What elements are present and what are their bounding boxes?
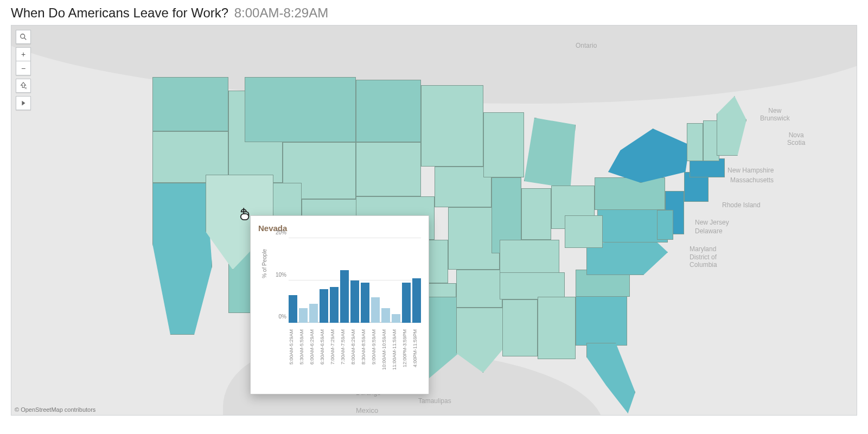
state-georgia[interactable] — [576, 291, 627, 346]
bar — [350, 280, 359, 323]
map-attribution: © OpenStreetMap contributors — [15, 406, 95, 413]
xtick: 6:00AM-6:29AM — [309, 329, 318, 400]
bar — [340, 270, 349, 323]
tooltip-chart: % of People 0% 10% 20% 5:00AM-5:29AM5:30… — [273, 238, 421, 336]
bar — [299, 308, 308, 323]
tooltip-bars — [289, 238, 421, 323]
map-toolbar: + − — [16, 30, 32, 110]
bar — [381, 308, 390, 323]
xtick: 8:30AM-8:59AM — [361, 329, 369, 400]
bar — [402, 283, 411, 323]
bar — [392, 314, 400, 323]
state-south-dakota[interactable] — [356, 142, 421, 196]
xtick: 9:00AM-9:59AM — [371, 329, 380, 400]
xtick: 5:30AM-5:59AM — [299, 329, 308, 400]
xtick: 7:30AM-7:59AM — [340, 329, 349, 400]
state-maryland[interactable] — [657, 210, 673, 240]
zoom-out-button[interactable]: − — [16, 61, 31, 75]
map-viewport[interactable]: + − — [11, 25, 857, 416]
title-main: When Do Americans Leave for Work? — [11, 5, 228, 20]
tooltip-xlabels: 5:00AM-5:29AM5:30AM-5:59AM6:00AM-6:29AM6… — [289, 329, 421, 400]
xtick: 12:00PM-3:59PM — [402, 329, 411, 400]
bar — [289, 295, 297, 323]
xtick: 10:00AM-10:59AM — [381, 329, 390, 400]
xtick: 8:00AM-8:29AM — [350, 329, 359, 400]
search-icon — [20, 33, 27, 41]
xtick: 4:00PM-11:59PM — [412, 329, 421, 400]
xtick: 11:00AM-11:59AM — [392, 329, 400, 400]
tooltip-ylabel: % of People — [261, 249, 267, 278]
state-kentucky[interactable] — [500, 240, 559, 275]
state-tennessee[interactable] — [500, 272, 565, 299]
state-massachusetts[interactable] — [690, 158, 725, 177]
ytick-0: 0% — [270, 314, 286, 320]
svg-marker-4 — [22, 101, 25, 106]
bar — [320, 289, 328, 323]
state-washington[interactable] — [152, 77, 228, 131]
state-wisconsin[interactable] — [483, 112, 524, 177]
state-minnesota[interactable] — [421, 85, 483, 167]
state-vermont[interactable] — [687, 123, 703, 161]
state-pennsylvania[interactable] — [595, 177, 665, 210]
xtick: 5:00AM-5:29AM — [289, 329, 297, 400]
minus-icon: − — [21, 64, 25, 73]
svg-point-0 — [21, 34, 25, 39]
state-west-virginia[interactable] — [565, 215, 603, 248]
state-montana[interactable] — [245, 77, 356, 142]
bar — [309, 304, 318, 323]
home-button[interactable] — [16, 79, 31, 93]
svg-line-1 — [24, 38, 27, 40]
zoom-in-button[interactable]: + — [16, 47, 31, 61]
xtick: 6:30AM-6:59AM — [320, 329, 328, 400]
page-title: When Do Americans Leave for Work? 8:00AM… — [0, 0, 868, 25]
play-icon — [20, 99, 27, 107]
bar — [330, 287, 339, 323]
state-mississippi[interactable] — [502, 299, 538, 356]
pin-reset-icon — [20, 82, 27, 90]
ytick-10: 10% — [270, 271, 286, 277]
ytick-20: 20% — [270, 229, 286, 235]
tooltip-card: Nevada % of People 0% 10% 20% 5:00AM-5:2… — [250, 215, 429, 394]
bar — [371, 297, 380, 323]
state-north-dakota[interactable] — [356, 80, 421, 142]
state-alabama[interactable] — [538, 297, 576, 359]
xtick: 7:00AM-7:29AM — [330, 329, 339, 400]
play-button[interactable] — [16, 96, 31, 110]
bar — [361, 283, 369, 323]
state-indiana[interactable] — [521, 188, 551, 240]
plus-icon: + — [21, 50, 25, 59]
state-arkansas[interactable] — [456, 270, 502, 308]
search-button[interactable] — [16, 30, 31, 44]
bar — [412, 278, 421, 323]
title-sub: 8:00AM-8:29AM — [234, 5, 328, 20]
